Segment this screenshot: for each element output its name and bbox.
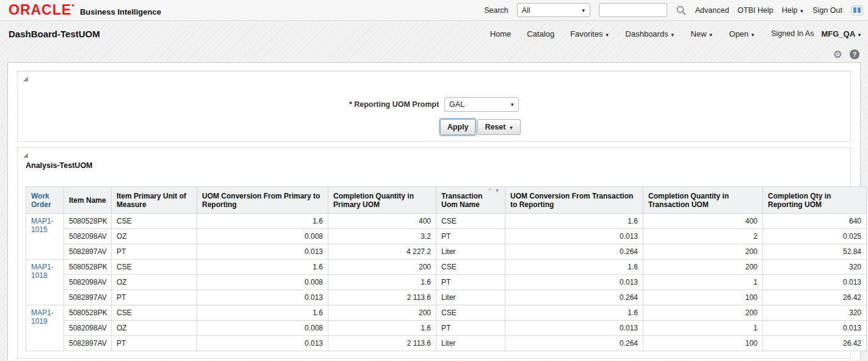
sort-ascending-icon[interactable]: ▲	[487, 187, 493, 192]
column-header-uom-conversion-from-transaction-to-reporting[interactable]: UOM Conversion From Transaction to Repor…	[505, 187, 643, 214]
cell: 5082098AV	[64, 321, 112, 336]
page-title: DashBoard-TestUOM	[9, 29, 100, 39]
cell: PT	[436, 321, 505, 336]
signed-in-as-label: Signed In As	[771, 29, 814, 38]
user-menu[interactable]: MFG_QA▼	[821, 29, 862, 38]
cell: 200	[328, 305, 436, 321]
cell: 1.6	[197, 260, 328, 275]
dashboard-content: ◢ * Reporting UOM Prompt GAL ▼ Apply Res…	[7, 62, 861, 360]
reporting-uom-select[interactable]: GAL ▼	[444, 97, 519, 112]
chevron-down-icon: ▼	[581, 8, 586, 13]
column-header-work-order[interactable]: Work Order	[26, 187, 64, 214]
column-header-completion-quantity-in-transaction-uom[interactable]: Completion Quantity in Transaction UOM	[643, 187, 763, 214]
cell: 0.013	[505, 275, 643, 290]
work-order-link[interactable]: MAP1-1018	[31, 263, 54, 280]
chevron-down-icon: ▼	[670, 32, 675, 38]
cell: Liter	[436, 336, 505, 351]
sign-out-link[interactable]: Sign Out	[812, 6, 842, 15]
cell: 100	[643, 336, 763, 351]
analysis-title: Analysis-TestUOM	[26, 161, 842, 170]
search-icon[interactable]	[676, 5, 687, 16]
cell: 0.264	[505, 290, 643, 305]
cell: 1.6	[505, 305, 643, 321]
work-order-link[interactable]: MAP1-1015	[31, 217, 54, 234]
cell: PT	[436, 275, 505, 290]
uom-analysis-table: Work OrderItem NameItem Primary Unit of …	[26, 186, 867, 351]
help-menu[interactable]: Help▼	[782, 6, 805, 15]
cell: 0.025	[763, 229, 867, 244]
table-row: 5082897AVPT0.0132 113.6Liter0.26410026.4…	[26, 336, 867, 351]
table-row: 5082098AVOZ0.0081.6PT0.01310.013	[26, 321, 867, 336]
brand-suffix: Business Intelligence	[80, 7, 161, 16]
cell: 5082897AV	[64, 290, 112, 305]
cell: 2	[643, 229, 763, 244]
work-order-link[interactable]: MAP1-1019	[31, 308, 54, 326]
table-header-row: Work OrderItem NameItem Primary Unit of …	[26, 187, 867, 214]
sort-descending-icon[interactable]: ▼	[494, 188, 500, 194]
cell: 1.6	[328, 275, 436, 290]
cell: CSE	[436, 305, 505, 321]
pause-bars-icon[interactable]	[851, 5, 863, 15]
search-input[interactable]	[599, 3, 667, 17]
collapse-section-icon[interactable]: ◢	[23, 152, 28, 158]
cell: 0.008	[197, 321, 328, 336]
search-scope-select[interactable]: All ▼	[517, 3, 590, 17]
table-row: 5082897AVPT0.0134 227.2Liter0.26420052.8…	[26, 244, 867, 260]
nav-item-new[interactable]: New▼	[691, 29, 714, 38]
column-header-uom-conversion-from-primary-to-reporting[interactable]: UOM Conversion From Primary to Reporting	[197, 187, 328, 214]
column-header-item-primary-unit-of-measure[interactable]: Item Primary Unit of Measure	[112, 187, 197, 214]
collapse-section-icon[interactable]: ◢	[23, 76, 28, 82]
cell: 200	[643, 305, 763, 321]
advanced-link[interactable]: Advanced	[695, 6, 729, 15]
cell: 320	[763, 260, 867, 275]
cell: 1	[643, 275, 763, 290]
cell: 5080528PK	[64, 260, 112, 275]
prompt-section: ◢ * Reporting UOM Prompt GAL ▼ Apply Res…	[17, 71, 851, 142]
column-header-transaction-uom-name[interactable]: Transaction Uom Name▲▼	[436, 187, 505, 214]
apply-button[interactable]: Apply	[440, 119, 476, 135]
cell: CSE	[112, 214, 197, 229]
nav-item-open[interactable]: Open▼	[729, 29, 756, 38]
cell: OZ	[112, 275, 197, 290]
cell: 200	[328, 260, 436, 275]
chevron-down-icon: ▼	[857, 32, 862, 38]
cell: 5082098AV	[64, 275, 112, 290]
chevron-down-icon: ▼	[799, 9, 804, 14]
nav-item-home[interactable]: Home	[490, 29, 512, 38]
cell: 5080528PK	[64, 305, 112, 321]
cell: 1.6	[197, 305, 328, 321]
cell: PT	[112, 336, 197, 351]
cell: 0.013	[763, 321, 867, 336]
work-order-cell: MAP1-1019	[26, 305, 64, 351]
column-header-completion-quantity-in-primary-uom[interactable]: Completion Quantity in Primary UOM	[328, 187, 436, 214]
cell: 0.008	[197, 229, 328, 244]
gear-icon[interactable]: ⚙	[833, 49, 842, 60]
cell: 52.84	[763, 244, 867, 260]
cell: 4 227.2	[328, 244, 436, 260]
cell: Liter	[436, 244, 505, 260]
column-header-completion-qty-in-reporting-uom[interactable]: Completion Qty in Reporting UOM	[763, 187, 867, 214]
dashboard-nav-bar: DashBoard-TestUOM Home Catalog Favorites…	[0, 21, 868, 46]
brand: ORACLE● Business Intelligence	[9, 3, 161, 17]
cell: 5082897AV	[64, 336, 112, 351]
nav-item-favorites[interactable]: Favorites▼	[570, 29, 609, 38]
table-row: 5082897AVPT0.0132 113.6Liter0.26410026.4…	[26, 290, 867, 305]
help-icon[interactable]: ?	[850, 49, 859, 59]
otbi-help-link[interactable]: OTBI Help	[737, 6, 773, 15]
cell: 100	[643, 290, 763, 305]
page-options-bar: ⚙ ?	[0, 46, 868, 62]
table-row: 5082098AVOZ0.0081.6PT0.01310.013	[26, 275, 867, 290]
cell: 2 113.6	[328, 290, 436, 305]
nav-item-dashboards[interactable]: Dashboards▼	[626, 29, 675, 38]
reset-button[interactable]: Reset▼	[477, 119, 521, 135]
cell: CSE	[112, 260, 197, 275]
nav-item-catalog[interactable]: Catalog	[527, 29, 554, 38]
cell: OZ	[112, 321, 197, 336]
table-row: MAP1-10185080528PKCSE1.6200CSE1.6200320	[26, 260, 867, 275]
table-row: 5082098AVOZ0.0083.2PT0.01320.025	[26, 229, 867, 244]
cell: 0.013	[197, 290, 328, 305]
cell: 2 113.6	[328, 336, 436, 351]
cell: CSE	[112, 305, 197, 321]
cell: 1	[643, 321, 763, 336]
column-header-item-name[interactable]: Item Name	[64, 187, 112, 214]
